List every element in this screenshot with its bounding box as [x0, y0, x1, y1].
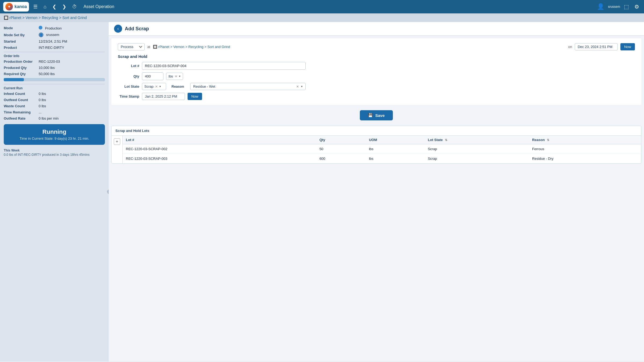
progress-bar-bg [4, 78, 105, 81]
mode-set-by-label: Mode Set By [4, 33, 39, 37]
lot-state-row: Lot State Scrap ✕ ▾ Reason Residue - Wet… [118, 83, 306, 90]
breadcrumb-path: rPlanet > Vernon > Recycling > Sort and … [9, 16, 87, 20]
col-qty-label: Qty [319, 138, 325, 142]
produced-qty-label: Produced Qty [4, 66, 39, 70]
lot-state-arrow-icon[interactable]: ▾ [159, 85, 161, 88]
menu-icon[interactable]: ☰ [32, 3, 39, 11]
form-grid: Lot # Qty lbs ✕ ▾ Lot State [118, 62, 306, 100]
timestamp-now-button[interactable]: Now [188, 93, 202, 100]
scrap-hold-lots-table-container: Scrap and Hold Lots + Lot # Qty [111, 126, 641, 164]
current-run-label: Current Run [4, 86, 105, 90]
process-select[interactable]: Process Record Move [118, 43, 145, 50]
lot-state-select[interactable]: Scrap ✕ ▾ [142, 83, 166, 90]
logo[interactable]: ✦ kanoa [3, 2, 29, 12]
outfeed-rate-row: Outfeed Rate 0 lbs per min [4, 116, 105, 120]
reason-select[interactable]: Residue - Wet ✕ ▾ [190, 83, 306, 90]
breadcrumb-icon: 🔲 [4, 16, 8, 20]
required-qty-label: Required Qty [4, 72, 39, 76]
mode-indicator: Production [39, 26, 62, 30]
uom-clear-icon[interactable]: ✕ [175, 75, 177, 78]
uom-select[interactable]: lbs ✕ ▾ [166, 73, 183, 80]
home-icon[interactable]: ⌂ [42, 3, 48, 11]
timestamp-row: Time Stamp Jan 2, 2025 2:12 PM Now [118, 93, 306, 100]
reason-value: Residue - Wet [193, 84, 215, 88]
reason-arrow-icon[interactable]: ▾ [301, 85, 303, 88]
cell-qty-0: 50 [316, 144, 366, 154]
col-uom-label: UOM [369, 138, 377, 142]
right-panel: ‹ Add Scrap Process Record Move at 🔲 rPl… [109, 22, 644, 361]
table-section-title: Scrap and Hold Lots [112, 126, 641, 136]
cell-uom-1: lbs [366, 154, 425, 164]
this-week-label: This Week [4, 149, 105, 152]
lot-number-input[interactable] [142, 62, 306, 70]
history-icon[interactable]: ⏱ [71, 3, 79, 11]
running-card: Running Time in Current State: 9 day(s) … [4, 124, 105, 145]
forward-nav-icon[interactable]: ❯ [61, 3, 68, 11]
table-body: REC-1220-03-SCRAP-002 50 lbs Scrap Ferro… [123, 144, 641, 164]
location-icon: 🔲 [153, 45, 157, 49]
started-label: Started [4, 39, 39, 43]
waste-count-row: Waste Count 0 lbs [4, 104, 105, 108]
time-remaining-row: Time Remaining ... [4, 110, 105, 114]
cell-lot-state-0: Scrap [425, 144, 529, 154]
this-week-section: This Week 0.0 lbs of INT-REC-DIRTY produ… [4, 149, 105, 157]
page-title: Add Scrap [125, 26, 149, 32]
date-display: Dec 23, 2024 2:51 PM [575, 43, 618, 50]
scrap-hold-title: Scrap and Hold [118, 54, 635, 59]
col-lot: Lot # [123, 136, 316, 144]
uom-value: lbs [169, 74, 173, 78]
save-button[interactable]: 💾 Save [360, 110, 393, 120]
cell-lot-1: REC-1220-03-SCRAP-003 [123, 154, 316, 164]
outfeed-rate-value: 0 lbs per min [39, 116, 58, 120]
time-remaining-value: ... [39, 110, 42, 114]
progress-bar-fill [4, 78, 24, 81]
lot-hash-label: Lot # [118, 64, 139, 68]
produced-qty-value: 10,000 lbs [39, 66, 55, 70]
main-layout: Mode Production Mode Set By 👤 srussem St… [0, 22, 644, 361]
infeed-count-row: Infeed Count 0 lbs [4, 92, 105, 96]
started-value: 12/23/24, 2:51 PM [39, 39, 67, 43]
reason-sort-icon[interactable]: ⇅ [547, 138, 549, 142]
qty-label: Qty [118, 74, 139, 78]
toolbar-now-button[interactable]: Now [620, 43, 635, 50]
table-row: REC-1220-03-SCRAP-003 600 lbs Scrap Resi… [123, 154, 641, 164]
back-nav-icon[interactable]: ❮ [51, 3, 58, 11]
col-uom: UOM [366, 136, 425, 144]
user-profile-icon[interactable]: 👤 [595, 2, 606, 11]
collapse-panel-button[interactable]: ‹ [107, 189, 109, 194]
outfeed-count-label: Outfeed Count [4, 98, 39, 102]
production-order-value: REC-1220-03 [39, 60, 60, 64]
save-area: 💾 Save [111, 110, 641, 120]
reason-label: Reason [171, 84, 188, 88]
col-reason: Reason ⇅ [529, 136, 641, 144]
running-title: Running [8, 128, 101, 135]
lot-state-sort-icon[interactable]: ⇅ [445, 138, 447, 142]
logout-icon[interactable]: ⬚ [622, 2, 631, 11]
back-button[interactable]: ‹ [114, 25, 122, 33]
cell-qty-1: 600 [316, 154, 366, 164]
col-lot-label: Lot # [126, 138, 134, 142]
cell-lot-state-1: Scrap [425, 154, 529, 164]
settings-icon[interactable]: ⚙ [633, 2, 641, 11]
timestamp-label: Time Stamp [118, 94, 139, 98]
product-row: Product INT-REC-DIRTY [4, 46, 105, 50]
lot-state-value: Scrap [144, 84, 153, 88]
page-header: ‹ Add Scrap [109, 22, 644, 36]
logo-text: kanoa [14, 4, 27, 9]
outfeed-count-row: Outfeed Count 0 lbs [4, 98, 105, 102]
user-icon: 👤 [39, 32, 43, 37]
table-inner: + Lot # Qty UOM [112, 136, 641, 163]
uom-arrow-icon[interactable]: ▾ [179, 75, 181, 78]
mode-label: Mode [4, 26, 39, 30]
nav-right: 👤 srussem ⬚ ⚙ [595, 2, 641, 11]
add-col: + [112, 136, 123, 163]
breadcrumb: 🔲 rPlanet > Vernon > Recycling > Sort an… [0, 13, 644, 22]
add-row-button[interactable]: + [114, 138, 120, 145]
mode-row: Mode Production [4, 26, 105, 30]
lot-state-clear-icon[interactable]: ✕ [155, 85, 158, 88]
qty-input[interactable] [142, 72, 163, 80]
at-text: at [147, 45, 150, 49]
reason-clear-icon[interactable]: ✕ [296, 85, 299, 88]
topnav: ✦ kanoa ☰ ⌂ ❮ ❯ ⏱ Asset Operation 👤 srus… [0, 0, 644, 13]
lot-number-row: Lot # [118, 62, 306, 70]
